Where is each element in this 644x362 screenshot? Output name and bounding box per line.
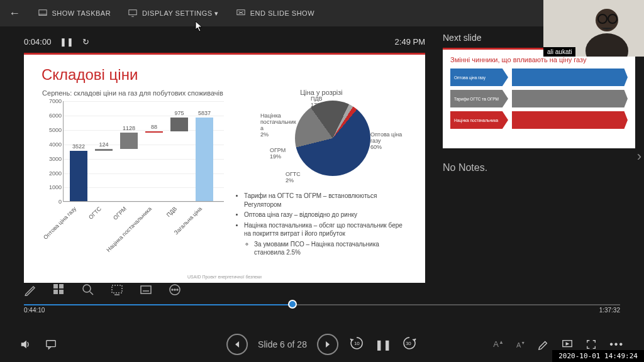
prev-slide-button[interactable]	[226, 334, 248, 355]
more-icon[interactable]: •••	[609, 339, 624, 350]
blank-screen-icon[interactable]	[111, 283, 123, 296]
display-icon	[128, 9, 137, 18]
next-slide-title: Змінні чинники, що впливають на ціну газ…	[450, 56, 628, 63]
slide-counter: Slide 6 of 28	[258, 339, 307, 349]
svg-line-12	[90, 292, 93, 295]
svg-rect-20	[47, 341, 55, 347]
skip-back-button[interactable]: 10	[348, 335, 365, 354]
video-scrubber: 0:44:10 1:37:32	[0, 282, 644, 312]
slide-title: Складові ціни	[42, 66, 408, 84]
more-tools-icon[interactable]	[169, 283, 181, 296]
chat-icon[interactable]	[45, 339, 57, 350]
total-duration: 1:37:32	[599, 307, 620, 314]
font-decrease-icon[interactable]: A▼	[516, 341, 525, 349]
waterfall-bar-chart: 01000200030004000500060007000 3522124112…	[42, 101, 224, 227]
elapsed-time: 0:04:00	[24, 37, 51, 47]
volume-icon[interactable]	[20, 339, 31, 350]
slide-bullets: Тарифи на ОГТС та ОГРМ – встановлюються …	[235, 192, 408, 257]
font-increase-icon[interactable]: A▲	[493, 339, 504, 349]
speaker-notes: No Notes.	[443, 162, 635, 173]
bullet-item: Націнка постачальника – обсяг що постача…	[244, 221, 408, 238]
svg-rect-10	[59, 290, 64, 294]
back-arrow-icon[interactable]: ←	[9, 7, 21, 20]
svg-rect-8	[59, 284, 64, 288]
svg-point-17	[172, 289, 173, 290]
slide-footer: USAID Проект енергетичної безпеки	[187, 275, 262, 279]
progress-track[interactable]	[24, 298, 620, 310]
bullet-item: Оптова ціна газу – відповідно до ринку	[244, 211, 408, 219]
current-position: 0:44:10	[24, 307, 45, 314]
presenter-name: ali aukati	[543, 47, 575, 57]
pause-playback-icon[interactable]: ❚❚	[375, 339, 391, 351]
next-slide-button[interactable]	[317, 334, 338, 355]
webcam-overlay: ali aukati	[543, 0, 644, 57]
zoom-icon[interactable]	[82, 283, 94, 296]
end-slideshow-label: END SLIDE SHOW	[250, 9, 314, 17]
svg-rect-14	[141, 286, 151, 293]
presenter-silhouette	[579, 4, 635, 57]
svg-point-23	[586, 33, 628, 57]
svg-rect-2	[129, 10, 136, 15]
svg-rect-13	[112, 285, 122, 293]
next-chevron-icon[interactable]: ›	[637, 148, 641, 165]
current-slide: Складові ціни Серпень: складові ціни на …	[24, 53, 425, 283]
pie-chart: Оптова ціна газу 60%ОГРМ 19%ПДВ 17%Націн…	[235, 97, 408, 185]
slide-timer-bar: 0:04:00 ❚❚ ↻ 2:49 PM	[24, 33, 425, 50]
display-settings-label: DISPLAY SETTINGS ▾	[142, 9, 219, 18]
next-slide-preview[interactable]: Змінні чинники, що впливають на ціну газ…	[443, 48, 635, 148]
taskbar-icon	[38, 9, 47, 18]
display-settings-button[interactable]: DISPLAY SETTINGS ▾	[128, 9, 219, 18]
pause-timer-icon[interactable]: ❚❚	[60, 37, 74, 47]
end-show-icon	[236, 9, 245, 18]
svg-point-19	[177, 289, 178, 290]
restart-timer-icon[interactable]: ↻	[82, 37, 89, 47]
skip-forward-button[interactable]: 30	[401, 335, 418, 354]
end-slideshow-button[interactable]: END SLIDE SHOW	[236, 9, 314, 18]
present-icon[interactable]	[562, 339, 573, 350]
edit-icon[interactable]	[538, 339, 549, 350]
system-datetime: 2020-10-01 14:49:24	[552, 350, 644, 362]
compress-icon[interactable]	[586, 339, 597, 350]
bar-chart-title: Серпень: складові ціни на газ для побуто…	[42, 89, 224, 97]
svg-point-18	[174, 289, 175, 290]
pen-tool-icon[interactable]	[24, 283, 36, 296]
svg-rect-7	[53, 284, 58, 288]
playback-bar: Slide 6 of 28 10 ❚❚ 30 A▲ A▼ •••	[0, 327, 644, 362]
show-taskbar-button[interactable]: SHOW TASKBAR	[38, 9, 111, 18]
clock-time: 2:49 PM	[395, 37, 425, 47]
svg-point-11	[83, 285, 91, 292]
subtitle-icon[interactable]	[140, 283, 152, 296]
sub-bullet-item: За умовами ПСО – Націнка постачальника с…	[254, 240, 408, 257]
svg-rect-9	[53, 290, 58, 294]
show-taskbar-label: SHOW TASKBAR	[52, 9, 111, 17]
grid-view-icon[interactable]	[53, 283, 65, 296]
bullet-item: Тарифи на ОГТС та ОГРМ – встановлюються …	[244, 192, 408, 209]
